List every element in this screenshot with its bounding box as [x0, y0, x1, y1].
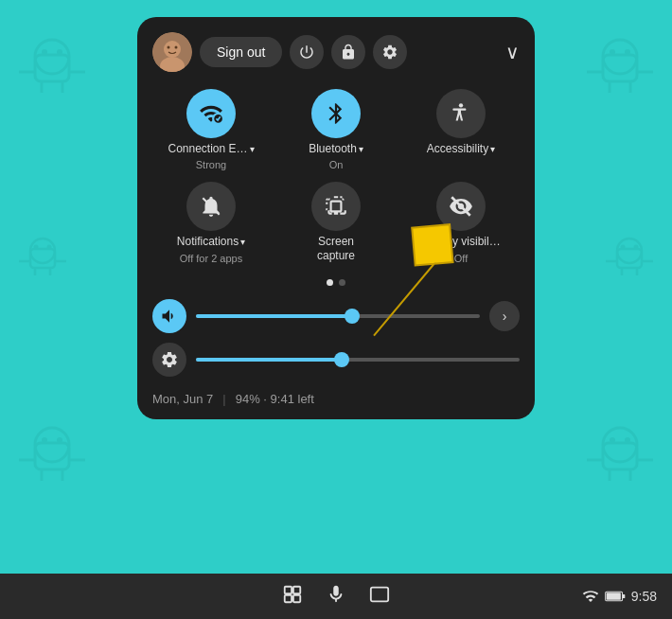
avatar[interactable] — [152, 32, 192, 72]
svg-point-8 — [35, 428, 69, 462]
svg-point-46 — [621, 245, 626, 250]
svg-point-23 — [625, 49, 630, 55]
svg-point-40 — [617, 239, 642, 263]
quick-settings-panel: Sign out ∨ — [137, 17, 535, 419]
svg-rect-41 — [617, 249, 642, 268]
chevron-down-button[interactable]: ∨ — [505, 41, 520, 63]
svg-point-47 — [634, 245, 639, 250]
header-row: Sign out ∨ — [152, 32, 520, 72]
svg-point-30 — [610, 437, 615, 443]
nearby-icon-wrap — [436, 182, 486, 231]
notifications-sublabel: Off for 2 apps — [180, 253, 242, 264]
brightness-slider-thumb[interactable] — [334, 352, 349, 367]
notifications-label-row: Notifications ▾ — [177, 235, 245, 248]
footer-info: Mon, Jun 7 | 94% · 9:41 left — [152, 386, 520, 406]
volume-slider-track[interactable] — [196, 314, 480, 318]
svg-point-52 — [175, 46, 178, 49]
svg-rect-9 — [35, 443, 69, 469]
battery-status-icon — [605, 590, 626, 603]
svg-rect-62 — [371, 587, 388, 601]
svg-point-32 — [30, 239, 55, 263]
svg-point-16 — [603, 40, 637, 74]
svg-point-54 — [459, 103, 463, 107]
bluetooth-icon-wrap — [311, 89, 361, 138]
sign-out-button[interactable]: Sign out — [200, 37, 282, 67]
dot-1[interactable] — [327, 279, 333, 286]
taskbar: 9:58 — [0, 574, 672, 619]
power-button[interactable] — [290, 35, 324, 69]
tiles-grid: Connection E… ▾ Strong Bluetooth ▾ On — [152, 89, 520, 264]
overview-icon[interactable] — [282, 584, 303, 610]
svg-rect-25 — [603, 443, 637, 469]
svg-point-31 — [625, 437, 630, 443]
tile-notifications[interactable]: Notifications ▾ Off for 2 apps — [152, 182, 270, 263]
brightness-slider-fill — [196, 358, 342, 362]
brightness-slider-row — [152, 343, 520, 377]
avatar-image — [152, 32, 192, 72]
tile-bluetooth[interactable]: Bluetooth ▾ On — [277, 89, 395, 170]
nearby-sublabel: Off — [454, 253, 468, 264]
connection-dropdown-arrow: ▾ — [250, 144, 255, 154]
mic-icon[interactable] — [326, 584, 346, 610]
svg-point-49 — [164, 41, 181, 58]
screen-capture-label: Screencapture — [317, 235, 355, 262]
svg-rect-17 — [603, 55, 637, 81]
svg-rect-60 — [285, 594, 292, 601]
volume-slider-fill — [196, 314, 352, 318]
svg-point-0 — [35, 40, 69, 74]
page-indicator — [152, 279, 520, 286]
accessibility-label-row: Accessibility ▾ — [427, 142, 495, 155]
dot-2[interactable] — [339, 279, 345, 286]
brightness-slider-track[interactable] — [196, 358, 520, 362]
tile-nearby[interactable]: Nearby visibil… Off — [402, 182, 520, 263]
connection-label-row: Connection E… ▾ — [168, 142, 254, 155]
lock-button[interactable] — [331, 35, 365, 69]
svg-point-39 — [47, 245, 52, 250]
brightness-icon[interactable] — [152, 343, 186, 377]
svg-rect-61 — [293, 594, 300, 601]
tile-connection[interactable]: Connection E… ▾ Strong — [152, 89, 270, 170]
svg-point-51 — [168, 46, 170, 49]
bluetooth-label: Bluetooth — [309, 142, 357, 155]
nearby-label: Nearby visibil… — [421, 235, 500, 248]
svg-point-38 — [34, 245, 39, 250]
screen-capture-icon-wrap — [311, 182, 361, 231]
accessibility-dropdown-arrow: ▾ — [490, 144, 495, 154]
volume-slider-thumb[interactable] — [345, 309, 360, 324]
tile-screen-capture[interactable]: Screencapture — [277, 182, 395, 263]
media-next-button[interactable]: › — [489, 301, 520, 331]
svg-point-24 — [603, 428, 637, 462]
bluetooth-sublabel: On — [329, 159, 344, 170]
tile-accessibility[interactable]: Accessibility ▾ — [402, 89, 520, 170]
volume-slider-row: › — [152, 299, 520, 333]
bluetooth-dropdown-arrow: ▾ — [359, 144, 363, 154]
svg-point-15 — [57, 437, 62, 443]
svg-rect-33 — [30, 249, 55, 268]
svg-rect-1 — [35, 55, 69, 81]
volume-icon[interactable] — [152, 299, 186, 333]
svg-rect-59 — [293, 586, 300, 592]
svg-point-6 — [42, 49, 47, 55]
svg-point-22 — [610, 49, 615, 55]
date-label: Mon, Jun 7 — [152, 392, 213, 406]
svg-point-14 — [42, 437, 47, 443]
notifications-label: Notifications — [177, 235, 239, 248]
svg-point-7 — [57, 49, 62, 55]
bluetooth-label-row: Bluetooth ▾ — [309, 142, 363, 155]
connection-sublabel: Strong — [196, 159, 226, 170]
accessibility-label: Accessibility — [427, 142, 488, 155]
footer-divider: | — [222, 392, 225, 406]
window-icon[interactable] — [369, 584, 390, 610]
clock: 9:58 — [631, 589, 657, 604]
settings-button[interactable] — [373, 35, 407, 69]
svg-rect-64 — [622, 594, 625, 598]
accessibility-icon-wrap — [436, 89, 486, 138]
wifi-status-icon — [582, 590, 599, 603]
notifications-icon-wrap — [186, 182, 236, 231]
notifications-dropdown-arrow: ▾ — [240, 237, 245, 247]
taskbar-status: 9:58 — [582, 589, 657, 604]
connection-icon-wrap — [186, 89, 236, 138]
battery-label: 94% · 9:41 left — [236, 392, 314, 406]
svg-rect-58 — [285, 586, 292, 592]
svg-rect-65 — [606, 592, 620, 600]
